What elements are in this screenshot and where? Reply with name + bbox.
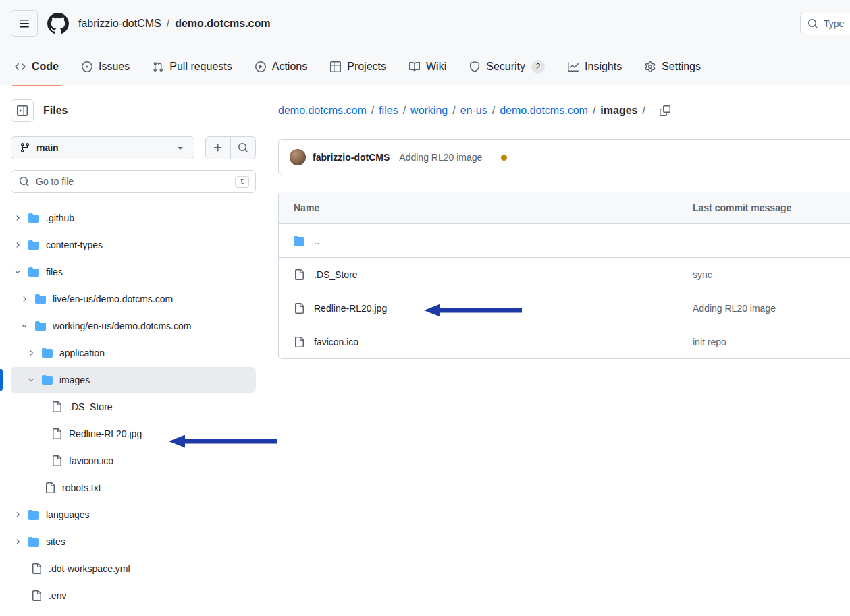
tree-item-label: content-types: [46, 240, 103, 250]
security-count-badge: 2: [531, 60, 545, 74]
file-icon: [294, 303, 304, 314]
tab-settings[interactable]: Settings: [635, 47, 710, 86]
repo-name-link[interactable]: demo.dotcms.com: [175, 18, 270, 30]
file-icon: [51, 428, 62, 439]
file-icon: [294, 269, 304, 280]
tree-item-env[interactable]: .env: [11, 583, 256, 609]
file-link[interactable]: .DS_Store: [314, 269, 358, 280]
copy-icon: [660, 105, 670, 116]
tree-item-ds-store[interactable]: .DS_Store: [11, 394, 256, 420]
chevron-down-icon: [20, 322, 28, 330]
tree-item-label: images: [59, 374, 90, 385]
tree-item-sites[interactable]: sites: [11, 529, 256, 555]
tree-item-working-en-us-demo-dotcms-com[interactable]: working/en-us/demo.dotcms.com: [11, 313, 256, 339]
add-file-button[interactable]: [205, 136, 231, 159]
tab-security[interactable]: Security2: [460, 47, 554, 86]
chevron-down-icon: [27, 376, 35, 384]
go-to-file-input[interactable]: Go to file t: [11, 170, 256, 193]
branch-selector[interactable]: main: [11, 136, 194, 159]
file-link[interactable]: favicon.ico: [314, 337, 358, 347]
tab-actions[interactable]: Actions: [246, 47, 317, 86]
tree-item-application[interactable]: application: [11, 340, 256, 366]
avatar[interactable]: [290, 149, 306, 165]
commit-message-link[interactable]: Adding RL20 image: [399, 152, 482, 163]
tree-item-images[interactable]: images: [11, 367, 256, 393]
file-table-header: Name Last commit message: [279, 192, 850, 223]
copy-path-button[interactable]: [657, 103, 673, 119]
github-logo[interactable]: [47, 13, 69, 34]
tree-item-favicon-ico[interactable]: favicon.ico: [11, 448, 256, 474]
breadcrumb-link-files[interactable]: files: [379, 105, 398, 117]
chevron-right-icon: [20, 295, 28, 303]
github-mark-icon: [47, 13, 69, 34]
tab-projects[interactable]: Projects: [321, 47, 396, 86]
branch-name: main: [36, 142, 59, 153]
plus-icon: [213, 142, 223, 153]
collapse-file-tree-button[interactable]: [11, 99, 34, 122]
tree-item-files[interactable]: files: [11, 259, 256, 285]
commit-message-link[interactable]: sync: [693, 269, 712, 280]
folder-icon: [294, 235, 304, 246]
search-icon: [807, 18, 818, 29]
tab-label: Settings: [662, 61, 701, 73]
file-row-redline-rl20-jpg: Redline-RL20.jpgAdding RL20 image: [279, 291, 850, 325]
tree-item-dot-workspace-yml[interactable]: .dot-workspace.yml: [11, 556, 256, 582]
breadcrumb-link-en-us[interactable]: en-us: [460, 105, 487, 117]
folder-icon: [28, 240, 39, 250]
tree-item-label: .github: [46, 213, 74, 223]
content-area: Files main Go to file t .githubcontent-t…: [0, 86, 850, 616]
tree-item-label: .env: [49, 590, 66, 601]
play-icon: [255, 61, 266, 72]
book-icon: [409, 61, 420, 72]
tab-label: Pull requests: [169, 61, 232, 73]
tree-item-languages[interactable]: languages: [11, 502, 256, 528]
folder-icon: [35, 320, 46, 331]
commit-status-dot[interactable]: [501, 155, 507, 161]
file-link[interactable]: ..: [314, 235, 319, 246]
tab-label: Insights: [585, 61, 622, 73]
tree-item-github[interactable]: .github: [11, 205, 256, 231]
file-name-cell: favicon.ico: [294, 337, 693, 347]
git-branch-icon: [20, 142, 30, 153]
breadcrumb-separator: /: [642, 105, 645, 117]
search-icon: [19, 176, 30, 187]
search-tree-button[interactable]: [230, 136, 256, 159]
tab-label: Security: [486, 61, 525, 73]
tab-pull-requests[interactable]: Pull requests: [143, 47, 242, 86]
tab-label: Projects: [347, 61, 386, 73]
tab-insights[interactable]: Insights: [558, 47, 631, 86]
tree-item-robots-txt[interactable]: robots.txt: [11, 475, 256, 501]
pr-icon: [153, 61, 163, 72]
column-last-commit-message: Last commit message: [693, 202, 850, 213]
tree-item-content-types[interactable]: content-types: [11, 232, 256, 258]
global-search-input[interactable]: Type: [800, 13, 850, 34]
sidebar-controls: main: [11, 136, 256, 159]
tree-item-redline-rl20-jpg[interactable]: Redline-RL20.jpg: [11, 421, 256, 447]
folder-icon: [28, 509, 39, 520]
repo-owner-link[interactable]: fabrizzio-dotCMS: [78, 18, 161, 30]
breadcrumb-separator: /: [492, 105, 495, 117]
breadcrumb-link-working[interactable]: working: [410, 105, 448, 117]
commit-author-link[interactable]: fabrizzio-dotCMS: [313, 152, 390, 163]
breadcrumb-separator: /: [403, 105, 406, 117]
chevron-down-icon: [14, 268, 22, 276]
tree-item-label: languages: [46, 509, 90, 520]
commit-message-link[interactable]: init repo: [693, 337, 726, 347]
file-name-cell: .DS_Store: [294, 269, 693, 280]
file-row-favicon-ico: favicon.icoinit repo: [279, 325, 850, 358]
hamburger-menu-button[interactable]: [11, 10, 38, 37]
app-header: fabrizzio-dotCMS / demo.dotcms.com Type: [0, 0, 850, 47]
chevron-right-icon: [27, 349, 35, 357]
tab-issues[interactable]: Issues: [72, 47, 139, 86]
tab-code[interactable]: Code: [5, 47, 68, 86]
tree-item-live-en-us-demo-dotcms-com[interactable]: live/en-us/demo.dotcms.com: [11, 286, 256, 312]
go-to-file-shortcut: t: [235, 176, 249, 188]
breadcrumb-link-demo-dotcms-com[interactable]: demo.dotcms.com: [278, 105, 367, 117]
commit-message-link[interactable]: Adding RL20 image: [693, 303, 776, 314]
breadcrumb-separator: /: [167, 18, 169, 30]
breadcrumb-link-demo-dotcms-com[interactable]: demo.dotcms.com: [500, 105, 588, 117]
search-icon: [19, 176, 30, 187]
tab-wiki[interactable]: Wiki: [400, 47, 456, 86]
file-link[interactable]: Redline-RL20.jpg: [314, 303, 387, 314]
folder-icon: [28, 267, 39, 277]
